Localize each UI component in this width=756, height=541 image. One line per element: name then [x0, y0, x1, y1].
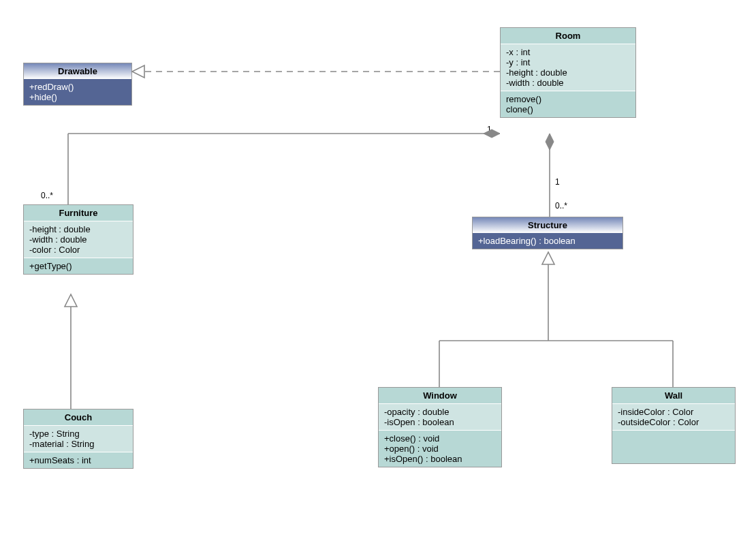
methods-section: +close() : void +open() : void +isOpen()… — [379, 431, 501, 467]
method: remove() — [506, 94, 630, 104]
methods-section: +loadBearing() : boolean — [473, 233, 623, 249]
methods-section: +redDraw() +hide() — [24, 79, 131, 105]
class-furniture: Furniture -height : double -width : doub… — [23, 204, 133, 275]
attr: -width : double — [29, 234, 127, 245]
svg-marker-4 — [484, 129, 500, 138]
class-room: Room -x : int -y : int -height : double … — [500, 27, 636, 118]
attr: -width : double — [506, 78, 630, 88]
methods-section: +getType() — [24, 258, 133, 274]
svg-marker-7 — [65, 294, 77, 307]
attr: -insideColor : Color — [618, 407, 729, 417]
attrs-section: -height : double -width : double -color … — [24, 221, 133, 258]
methods-section: +numSeats : int — [24, 452, 133, 468]
attrs-section: -type : String -material : String — [24, 426, 133, 452]
attr: -height : double — [506, 67, 630, 78]
class-title: Wall — [612, 388, 735, 404]
attr: -outsideColor : Color — [618, 417, 729, 427]
multiplicity-label: 0..* — [555, 201, 567, 211]
method: +hide() — [29, 92, 126, 102]
class-title: Window — [379, 388, 501, 404]
method: +redDraw() — [29, 82, 126, 92]
method: clone() — [506, 104, 630, 114]
svg-marker-1 — [132, 65, 144, 78]
method: +loadBearing() : boolean — [478, 236, 617, 246]
method: +open() : void — [384, 444, 496, 454]
class-window: Window -opacity : double -isOpen : boole… — [378, 387, 502, 467]
class-title: Couch — [24, 409, 133, 426]
attr: -material : String — [29, 439, 127, 449]
class-title: Drawable — [24, 63, 131, 79]
attrs-section: -x : int -y : int -height : double -widt… — [501, 44, 635, 91]
multiplicity-label: 1 — [487, 125, 492, 134]
class-title: Structure — [473, 217, 623, 233]
svg-marker-6 — [546, 134, 554, 150]
method: +numSeats : int — [29, 455, 127, 465]
class-couch: Couch -type : String -material : String … — [23, 409, 133, 469]
attrs-section: -insideColor : Color -outsideColor : Col… — [612, 404, 735, 431]
class-title: Furniture — [24, 205, 133, 221]
class-wall: Wall -insideColor : Color -outsideColor … — [612, 387, 736, 464]
class-title: Room — [501, 28, 635, 44]
method: +close() : void — [384, 433, 496, 444]
attr: -type : String — [29, 429, 127, 439]
attr: -height : double — [29, 224, 127, 234]
methods-section: remove() clone() — [501, 91, 635, 117]
empty-section — [612, 431, 735, 463]
method: +getType() — [29, 261, 127, 271]
svg-marker-9 — [542, 252, 554, 264]
attr: -color : Color — [29, 245, 127, 255]
attr: -x : int — [506, 47, 630, 57]
attrs-section: -opacity : double -isOpen : boolean — [379, 404, 501, 431]
class-drawable: Drawable +redDraw() +hide() — [23, 63, 132, 106]
attr: -isOpen : boolean — [384, 417, 496, 427]
attr: -y : int — [506, 57, 630, 67]
multiplicity-label: 0..* — [41, 191, 53, 200]
multiplicity-label: 1 — [555, 177, 560, 187]
method: +isOpen() : boolean — [384, 454, 496, 464]
attr: -opacity : double — [384, 407, 496, 417]
class-structure: Structure +loadBearing() : boolean — [472, 217, 623, 249]
